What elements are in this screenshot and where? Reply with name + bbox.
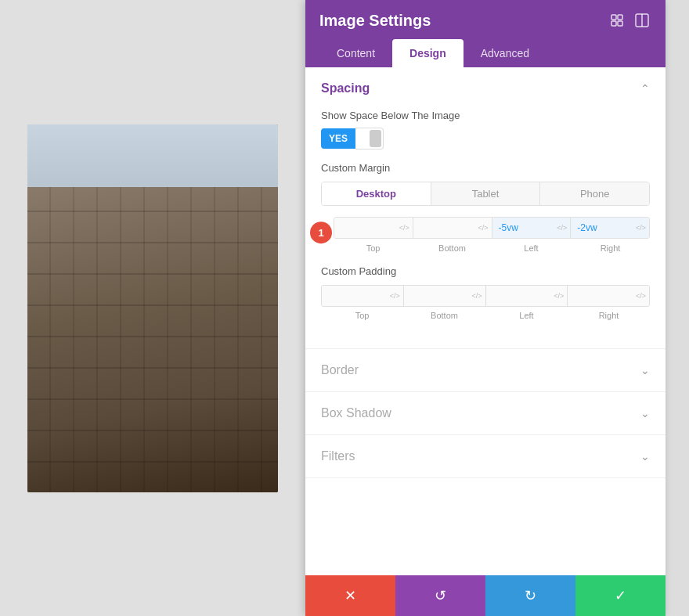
building-image [27,124,278,492]
margin-fields: </> </> </> [334,217,650,239]
image-area [0,0,305,616]
border-section: Border ⌄ [305,349,666,392]
padding-fields: </> </> </> [321,285,650,307]
margin-right-cell: </> [571,218,649,238]
padding-left-code-icon[interactable]: </> [550,292,567,300]
border-toggle-icon: ⌄ [640,364,650,376]
padding-labels: Top Bottom Left Right [321,311,650,320]
filters-section-header[interactable]: Filters ⌄ [305,435,666,477]
svg-rect-0 [611,15,616,20]
reset-button[interactable]: ↺ [395,575,485,616]
filters-section: Filters ⌄ [305,435,666,478]
device-tabs: Desktop Tablet Phone [321,182,650,206]
panel-header: Image Settings [305,0,666,67]
redo-icon: ↻ [525,587,536,604]
spacing-section: Spacing ⌃ Show Space Below The Image YES [305,67,666,349]
custom-padding-row: Custom Padding </> </> [321,265,650,320]
save-icon: ✓ [615,587,626,604]
main-container: Image Settings [0,0,689,616]
tab-bar: Content Design Advanced [319,39,651,67]
grid-icon[interactable] [633,11,651,30]
border-title: Border [321,363,359,377]
spacing-content: Show Space Below The Image YES Custom Ma… [305,110,666,348]
boxshadow-title: Box Shadow [321,406,391,420]
save-button[interactable]: ✓ [575,575,666,616]
margin-inputs-wrapper: 1 </> </> [321,217,650,253]
settings-panel: Image Settings [305,0,666,616]
margin-bottom-code-icon[interactable]: </> [474,224,491,232]
padding-right-label: Right [568,311,650,320]
cancel-icon: ✕ [344,587,356,604]
margin-labels: Top Bottom Left Right [334,243,650,253]
margin-left-label: Left [492,243,571,253]
boxshadow-section-header[interactable]: Box Shadow ⌄ [305,392,666,434]
margin-top-label: Top [334,243,413,253]
custom-margin-row: Custom Margin Desktop Tablet Phone 1 [321,162,650,253]
custom-padding-label: Custom Padding [321,265,650,277]
filters-toggle-icon: ⌄ [640,450,650,463]
spacing-toggle-icon: ⌃ [640,82,650,95]
yes-toggle: YES [321,128,650,149]
padding-left-cell: </> [486,286,568,306]
padding-top-input[interactable] [322,286,387,306]
panel-body: Spacing ⌃ Show Space Below The Image YES [305,67,666,575]
toggle-track[interactable] [355,128,384,149]
tab-design[interactable]: Design [392,39,464,67]
padding-bottom-cell: </> [404,286,485,306]
padding-top-cell: </> [322,286,404,306]
padding-right-cell: </> [568,286,649,306]
toggle-thumb [370,130,381,147]
custom-margin-label: Custom Margin [321,162,650,174]
panel-title: Image Settings [319,12,431,30]
margin-bottom-cell: </> [413,218,492,238]
panel-footer: ✕ ↺ ↻ ✓ [305,575,666,616]
show-space-row: Show Space Below The Image YES [321,110,650,149]
margin-bottom-input[interactable] [413,218,475,238]
svg-rect-2 [611,21,616,26]
margin-top-code-icon[interactable]: </> [396,224,413,232]
border-section-header[interactable]: Border ⌄ [305,349,666,391]
margin-top-input[interactable] [334,218,396,238]
filters-title: Filters [321,449,355,463]
margin-left-code-icon[interactable]: </> [554,224,570,232]
margin-right-code-icon[interactable]: </> [633,224,649,232]
spacing-title: Spacing [321,81,370,95]
margin-right-input[interactable] [571,218,633,238]
tab-content[interactable]: Content [319,39,392,67]
margin-top-cell: </> [334,218,413,238]
padding-bottom-code-icon[interactable]: </> [468,292,485,300]
margin-right-label: Right [571,243,650,253]
padding-left-label: Left [485,311,568,320]
device-tab-tablet[interactable]: Tablet [431,182,541,205]
padding-right-input[interactable] [568,286,633,306]
padding-bottom-input[interactable] [404,286,469,306]
reset-icon: ↺ [435,587,446,604]
boxshadow-toggle-icon: ⌄ [640,407,650,420]
padding-top-code-icon[interactable]: </> [387,292,403,300]
padding-topbottom-group: </> </> [322,286,486,306]
yes-badge: YES [321,128,355,149]
show-space-label: Show Space Below The Image [321,110,650,121]
padding-leftright-group: </> </> [486,286,650,306]
redo-button[interactable]: ↻ [485,575,575,616]
svg-rect-1 [618,15,622,20]
margin-left-cell: </> [492,218,572,238]
margin-error-badge: 1 [310,222,332,243]
margin-left-input[interactable] [492,218,554,238]
padding-bottom-label: Bottom [403,311,485,320]
device-tab-phone[interactable]: Phone [540,182,649,205]
padding-right-code-icon[interactable]: </> [633,292,649,300]
boxshadow-section: Box Shadow ⌄ [305,392,666,435]
padding-left-input[interactable] [486,286,551,306]
svg-rect-3 [618,21,622,26]
panel-title-icons [608,11,651,30]
spacing-section-header[interactable]: Spacing ⌃ [305,67,666,110]
cancel-button[interactable]: ✕ [305,575,395,616]
tab-advanced[interactable]: Advanced [464,39,547,67]
padding-top-label: Top [321,311,403,320]
resize-icon[interactable] [608,11,626,30]
device-tab-desktop[interactable]: Desktop [322,182,431,205]
margin-bottom-label: Bottom [413,243,492,253]
